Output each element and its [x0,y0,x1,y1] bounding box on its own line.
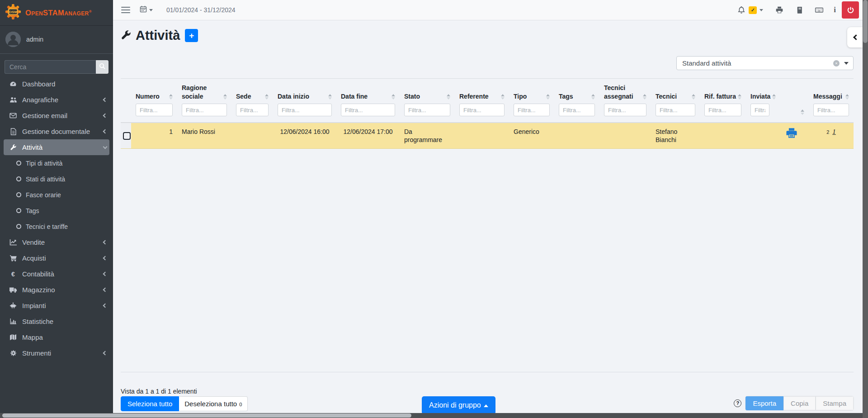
column-header-ragione_sociale[interactable]: Ragione sociale [177,84,231,123]
column-header-azioni[interactable] [774,84,809,123]
column-header-tags[interactable]: Tags [554,84,599,123]
sort-icon[interactable] [736,94,741,100]
date-range-picker[interactable] [140,5,153,14]
column-header-inviata[interactable]: Inviata [746,84,774,123]
sort-icon[interactable] [844,94,849,100]
sort-icon[interactable] [222,94,227,100]
chevron-down-icon[interactable] [760,9,763,11]
column-header-messaggi[interactable]: Messaggi [809,84,854,123]
filter-input-tags[interactable] [559,104,595,116]
sort-icon[interactable] [326,94,332,100]
search-button[interactable] [96,60,108,74]
filter-input-inviata[interactable] [750,104,769,116]
column-header-numero[interactable]: Numero [131,84,177,123]
clear-filter-icon[interactable]: × [833,60,840,66]
sidebar-link[interactable]: Acquisti [0,250,113,266]
sidebar-link[interactable]: Attività [4,139,109,155]
sort-icon[interactable] [445,94,450,100]
copy-button[interactable]: Copia [783,396,816,410]
message-count-link[interactable]: 1 [832,128,836,135]
sidebar-link[interactable]: Statistiche [0,314,113,329]
sidebar-link[interactable]: €Contabilità [0,266,113,282]
sidebar-subitem-tecnici-e-tariffe[interactable]: Tecnici e tariffe [0,218,113,234]
column-header-data_fine[interactable]: Data fine [336,84,400,123]
search-input[interactable] [5,60,96,74]
sidebar-link[interactable]: Anagrafiche [0,92,113,108]
column-label: Numero [136,92,160,101]
filter-input-tipo[interactable] [514,104,550,116]
brand[interactable]: OSM OpenSTAManager® [0,0,113,26]
group-actions-button[interactable]: Azioni di gruppo [422,396,495,414]
sort-icon[interactable] [544,94,550,100]
print-icon[interactable] [775,6,783,14]
sort-icon[interactable] [499,94,505,100]
sort-icon[interactable] [263,94,269,100]
sort-icon[interactable] [641,94,646,100]
sidebar-link[interactable]: Mappa [0,329,113,345]
row-checkbox[interactable] [123,132,131,140]
column-header-rif_fattura[interactable]: Rif. fattura [700,84,746,123]
user-panel[interactable]: admin [0,26,113,54]
print-activity-icon[interactable] [786,133,797,140]
sidebar-link[interactable]: Magazzino [0,282,113,298]
sort-icon[interactable] [690,94,695,100]
filter-input-data_inizio[interactable] [278,104,332,116]
sidebar-item-dashboard: Dashboard [0,76,113,92]
filter-input-ragione_sociale[interactable] [182,104,227,116]
deselect-all-button[interactable]: Deseleziona tutto0 [179,396,248,411]
sidebar-subitem-fasce-orarie[interactable]: Fasce orarie [0,187,113,203]
help-icon[interactable]: ? [734,399,741,407]
sidebar-link[interactable]: Gestione email [0,108,113,124]
status-check-badge[interactable]: ✓ [749,6,757,14]
filter-input-rif_fattura[interactable] [704,104,741,116]
right-panel-toggle[interactable] [847,27,863,48]
svg-text:€: € [11,271,15,277]
sidebar-link[interactable]: Vendite [0,234,113,250]
sidebar-subitem-stati-di-attivit-[interactable]: Stati di attività [0,171,113,187]
filter-input-referente[interactable] [459,104,505,116]
filter-input-stato[interactable] [404,104,450,116]
date-range-label[interactable]: 01/01/2024 - 31/12/2024 [166,6,236,14]
documentation-book-icon[interactable] [796,6,803,14]
column-header-referente[interactable]: Referente [455,84,509,123]
add-record-button[interactable]: + [185,29,198,42]
column-header-tecnici_assegnati[interactable]: Tecnici assegnati [599,84,651,123]
export-button[interactable]: Esporta [745,396,783,410]
sort-icon[interactable] [590,94,595,100]
sidebar-link[interactable]: Impianti [0,298,113,314]
sort-icon[interactable] [770,94,776,100]
filter-input-numero[interactable] [136,104,173,116]
sidebar-subitem-tags[interactable]: Tags [0,203,113,218]
hamburger-menu-icon[interactable] [121,5,130,15]
sidebar-link[interactable]: Dashboard [0,76,113,92]
logout-power-button[interactable] [842,1,859,19]
column-header-data_inizio[interactable]: Data inizio [273,84,336,123]
sort-icon[interactable] [390,94,395,100]
sidebar-subitem-tipi-di-attivit-[interactable]: Tipi di attività [0,155,113,171]
vertical-scrollbar[interactable] [863,0,868,418]
horizontal-scrollbar-thumb[interactable] [2,413,411,418]
select-all-button[interactable]: Seleziona tutto [121,396,179,411]
filter-input-tecnici[interactable] [656,104,695,116]
column-header-stato[interactable]: Stato [400,84,455,123]
sidebar-link[interactable]: Gestione documentale [0,124,113,139]
column-header-sede[interactable]: Sede [231,84,273,123]
column-header-tipo[interactable]: Tipo [509,84,554,123]
column-header-tecnici[interactable]: Tecnici [651,84,700,123]
print-button[interactable]: Stampa [816,396,854,410]
info-icon[interactable]: i [834,5,836,14]
filter-input-tecnici_assegnati[interactable] [604,104,646,116]
filter-input-sede[interactable] [236,104,269,116]
table-row[interactable]: 1Mario Rossi12/06/2024 16:0012/06/2024 1… [121,123,854,149]
horizontal-scrollbar[interactable] [0,413,863,418]
filter-input-messaggi[interactable] [813,104,849,116]
vertical-scrollbar-thumb[interactable] [863,0,868,43]
sidebar-link[interactable]: Strumenti [0,345,113,361]
cell-data_inizio: 12/06/2024 16:00 [273,123,336,149]
notifications-bell-icon[interactable] [737,6,745,14]
keyboard-shortcuts-icon[interactable] [815,5,824,14]
filter-input-data_fine[interactable] [341,104,395,116]
sort-icon[interactable] [799,109,804,115]
plugin-filter-select[interactable]: Standard attività × [676,56,854,70]
sort-icon[interactable] [167,94,173,100]
